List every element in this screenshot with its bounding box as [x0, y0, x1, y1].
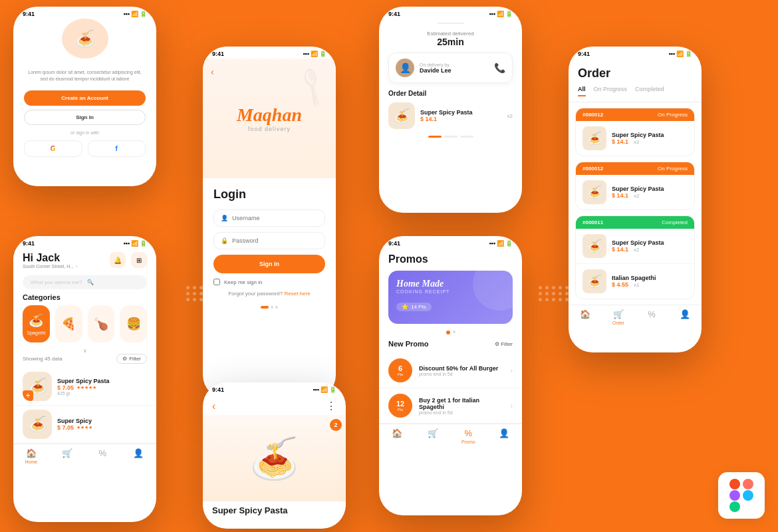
- food-item-1[interactable]: 🍝 + Super Spicy Pasta $ 7.05 ★★★★★ 425 g…: [13, 368, 156, 406]
- nav-home[interactable]: 🏠 Home: [13, 448, 49, 464]
- order-price-3b: $ 4.55: [612, 281, 628, 288]
- promo-arrow-icon-2: ›: [511, 402, 513, 410]
- order-price-3a: $ 14.1: [612, 246, 628, 253]
- signin-button[interactable]: Sign In: [24, 110, 146, 125]
- orders-tab-progress[interactable]: On Progress: [594, 86, 628, 96]
- nav-promo[interactable]: %: [85, 448, 121, 464]
- pts-badge-2: 12 Pts: [388, 394, 412, 418]
- promo-banner[interactable]: Home Made COOKING RECEIPT ⭐ 14 Pts: [388, 271, 513, 324]
- promos-nav-cart[interactable]: 🛒: [415, 428, 451, 444]
- order-food-info: Super Spicy Pasta $ 14.1: [420, 109, 502, 122]
- svg-rect-4: [729, 501, 740, 512]
- order-card-2[interactable]: #000012 On Progress 🍝 Super Spicy Pasta …: [575, 162, 695, 210]
- cart-nav-icon: 🛒: [428, 428, 438, 438]
- forgot-password: Forgot your password? Reset here: [213, 291, 325, 297]
- login-signin-button[interactable]: Sign In: [213, 255, 325, 273]
- order-price-1: $ 14.1: [612, 138, 628, 145]
- password-input[interactable]: [232, 237, 318, 244]
- order-card-body-3a: 🍝 Super Spicy Pasta $ 14.1 x2: [576, 229, 694, 263]
- orders-tab-completed[interactable]: Completed: [635, 86, 664, 96]
- nav-profile[interactable]: 👤: [120, 448, 156, 464]
- spagethi-icon: 🍝: [29, 313, 43, 328]
- cart-icon: 🛒: [62, 448, 72, 458]
- orders-tab-all[interactable]: All: [578, 86, 586, 96]
- food-detail-name: Super Spicy Pasta: [203, 501, 346, 517]
- facebook-signin-button[interactable]: f: [88, 140, 146, 157]
- cart-badge[interactable]: 2: [330, 419, 342, 431]
- nav-cart[interactable]: 🛒: [49, 448, 85, 464]
- category-chicken[interactable]: 🍗: [88, 305, 115, 342]
- order-card-body-3b: 🍝 Italian Spagethi $ 4.55 x1: [576, 263, 694, 299]
- svg-rect-1: [743, 479, 753, 489]
- create-account-button[interactable]: Create an Account: [24, 90, 146, 106]
- order-name-2: Super Spicy Pasta: [612, 186, 688, 192]
- social-buttons: G f: [24, 140, 146, 157]
- category-pizza[interactable]: 🍕: [55, 305, 82, 342]
- food-stars-1: ★★★★★: [76, 385, 96, 390]
- back-arrow-food-icon[interactable]: ‹: [212, 400, 215, 412]
- username-field[interactable]: 👤: [213, 209, 325, 227]
- prog-bar-2: [444, 136, 457, 138]
- food-detail-hero: 🍝 2: [203, 415, 346, 501]
- orders-title: Order: [569, 59, 702, 86]
- promo-end-1: promo end in 5d: [419, 372, 504, 376]
- order-info-3a: Super Spicy Pasta $ 14.1 x2: [612, 239, 688, 253]
- more-options-icon[interactable]: ⋮: [326, 400, 336, 412]
- order-thumb-2: 🍝: [583, 180, 606, 204]
- user-icon: 👤: [221, 215, 228, 221]
- search-placeholder: What you wanna eat?: [31, 279, 83, 285]
- promos-nav-profile[interactable]: 👤: [486, 428, 522, 444]
- pizza-icon: 🍕: [61, 317, 76, 331]
- orders-nav-profile[interactable]: 👤: [668, 309, 702, 325]
- promo-item-2[interactable]: 12 Pts Buy 2 get 1 for Italian Spagethi …: [379, 388, 522, 424]
- reset-link[interactable]: Reset here: [284, 291, 310, 297]
- keep-signin-checkbox[interactable]: [213, 279, 220, 285]
- orders-nav-promo[interactable]: %: [635, 309, 668, 325]
- add-food-button-1[interactable]: +: [23, 390, 33, 401]
- category-spagethi[interactable]: 🍝 Spagethi: [23, 305, 50, 342]
- orders-order-icon: 🛒: [613, 309, 624, 319]
- promo-item-1[interactable]: 6 Pts Discount 50% for All Burger promo …: [379, 353, 522, 388]
- google-signin-button[interactable]: G: [24, 140, 82, 157]
- back-arrow-icon[interactable]: ‹: [211, 66, 214, 77]
- order-info-1: Super Spicy Pasta $ 14.1 x2: [612, 132, 688, 145]
- food-item-2[interactable]: 🍝 Super Spicy $ 7.05 ★★★★: [13, 406, 156, 444]
- order-thumb-1: 🍝: [583, 126, 606, 150]
- phone-order-detail: 9:41 ▪▪▪ 📶 🔋 Estimated delivered 25min 👤…: [379, 7, 522, 213]
- filter-button[interactable]: ⚙ Filter: [116, 354, 147, 364]
- order-card-1[interactable]: #000012 On Progress 🍝 Super Spicy Pasta …: [575, 108, 695, 156]
- filter-icon[interactable]: ⚙ Filter: [495, 341, 513, 347]
- password-field[interactable]: 🔒: [213, 232, 325, 249]
- status-bar-promos: 9:41 ▪▪▪ 📶 🔋: [379, 236, 522, 248]
- orders-nav-order[interactable]: 🛒 Order: [602, 309, 635, 325]
- promo-title-1: Discount 50% for All Burger: [419, 365, 504, 372]
- category-burger[interactable]: 🍔: [120, 305, 147, 342]
- status-bar-home: 9:41 ▪▪▪ 📶 🔋: [13, 236, 156, 248]
- food-detail-header: ‹ ⋮: [203, 394, 346, 415]
- order-item-row: 🍝 Super Spicy Pasta $ 14.1 x2: [388, 102, 513, 129]
- dot-3: [275, 306, 278, 309]
- menu-button[interactable]: ⊞: [131, 252, 147, 268]
- categories-row: 🍝 Spagethi 🍕 🍗 🍔: [13, 305, 156, 342]
- order-detail-label: Order Detail: [388, 90, 513, 97]
- promos-nav-home[interactable]: 🏠: [379, 428, 415, 444]
- home-bottom-nav: 🏠 Home 🛒 % 👤: [13, 444, 156, 467]
- search-bar[interactable]: What you wanna eat? 🔍: [23, 275, 147, 289]
- promos-bottom-nav: 🏠 🛒 % Promo 👤: [379, 424, 522, 447]
- call-icon[interactable]: 📞: [494, 63, 505, 73]
- notification-button[interactable]: 🔔: [110, 252, 126, 268]
- order-card-3[interactable]: #000011 Completed 🍝 Super Spicy Pasta $ …: [575, 215, 695, 299]
- status-bar-signin: 9:41 ▪▪▪ 📶 🔋: [13, 7, 156, 19]
- username-input[interactable]: [232, 215, 318, 221]
- promo-pts: ⭐ 14 Pts: [396, 303, 432, 311]
- order-info-2: Super Spicy Pasta $ 14.1 x2: [612, 186, 688, 199]
- promos-nav-promo[interactable]: % Promo: [451, 428, 487, 444]
- keep-signin-label: Keep me sign in: [224, 279, 262, 285]
- profile-icon: 👤: [133, 448, 144, 458]
- login-title: Login: [213, 188, 325, 201]
- orders-nav-home[interactable]: 🏠: [569, 309, 602, 325]
- orders-promo-icon: %: [648, 309, 656, 319]
- dots-decoration-1: [186, 286, 217, 301]
- order-status-2: On Progress: [658, 166, 688, 172]
- orders-profile-icon: 👤: [680, 309, 690, 319]
